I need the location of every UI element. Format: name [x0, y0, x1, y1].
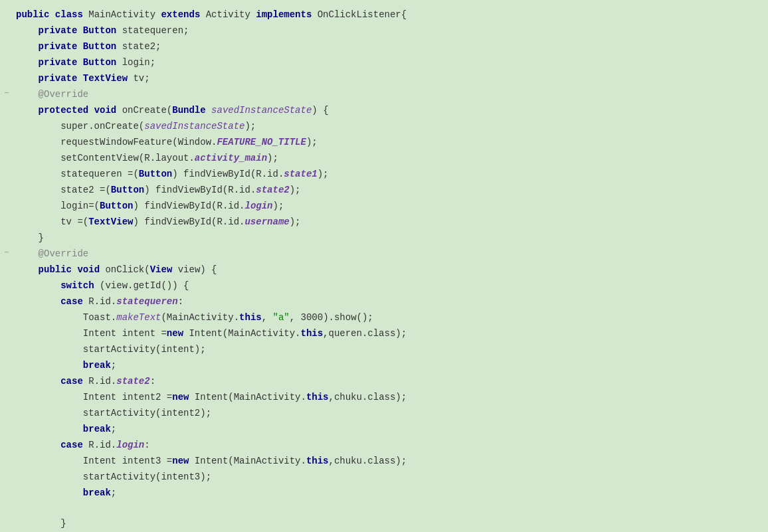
code-line	[0, 501, 768, 515]
line-content: @Override	[13, 86, 768, 102]
gutter	[0, 405, 13, 406]
line-content: case R.id.login:	[13, 437, 768, 453]
line-content: startActivity(intent2);	[13, 405, 768, 421]
code-line: startActivity(intent2);	[0, 405, 768, 421]
code-line: break;	[0, 357, 768, 373]
line-content: public void onClick(View view) {	[13, 262, 768, 278]
code-line: public void onClick(View view) {	[0, 262, 768, 278]
gutter	[0, 198, 13, 199]
code-line: private Button login;	[0, 54, 768, 70]
gutter	[0, 166, 13, 167]
code-line: public class MainActivity extends Activi…	[0, 7, 768, 23]
gutter	[0, 325, 13, 327]
line-content: }	[13, 515, 768, 531]
code-line: }	[0, 230, 768, 246]
line-content: private Button statequeren;	[13, 23, 768, 39]
code-line: }	[0, 515, 768, 531]
line-content: break;	[13, 485, 768, 501]
code-line: statequeren =(Button) findViewById(R.id.…	[0, 166, 768, 182]
gutter	[0, 437, 13, 438]
code-line: private Button state2;	[0, 39, 768, 54]
line-content: Intent intent =new Intent(MainActivity.t…	[13, 325, 768, 341]
gutter	[0, 310, 13, 311]
gutter	[0, 373, 13, 375]
gutter	[0, 7, 13, 8]
line-content: requestWindowFeature(Window.FEATURE_NO_T…	[13, 134, 768, 150]
line-content: break;	[13, 421, 768, 437]
gutter	[0, 118, 13, 120]
line-content: private TextView tv;	[13, 70, 768, 86]
gutter	[0, 230, 13, 231]
gutter	[0, 23, 13, 24]
gutter	[0, 70, 13, 72]
code-editor: public class MainActivity extends Activi…	[0, 0, 768, 532]
gutter	[0, 501, 13, 502]
gutter	[0, 134, 13, 135]
gutter	[0, 214, 13, 215]
gutter	[0, 54, 13, 56]
code-line: – @Override	[0, 246, 768, 262]
code-line: setContentView(R.layout.activity_main);	[0, 150, 768, 166]
line-content: startActivity(intent3);	[13, 469, 768, 485]
gutter	[0, 453, 13, 454]
line-content: private Button state2;	[13, 39, 768, 54]
code-line: super.onCreate(savedInstanceState);	[0, 118, 768, 134]
gutter	[0, 102, 13, 104]
line-content: super.onCreate(savedInstanceState);	[13, 118, 768, 134]
line-content: case R.id.statequeren:	[13, 294, 768, 310]
code-line: Intent intent2 =new Intent(MainActivity.…	[0, 389, 768, 405]
code-line: startActivity(intent3);	[0, 469, 768, 485]
gutter	[0, 421, 13, 422]
line-content: private Button login;	[13, 54, 768, 70]
line-content: @Override	[13, 246, 768, 262]
gutter	[0, 278, 13, 279]
code-line: private Button statequeren;	[0, 23, 768, 39]
gutter	[0, 341, 13, 343]
line-content: break;	[13, 357, 768, 373]
code-line: state2 =(Button) findViewById(R.id.state…	[0, 182, 768, 198]
code-line: break;	[0, 485, 768, 501]
code-line: Intent intent =new Intent(MainActivity.t…	[0, 325, 768, 341]
code-line: tv =(TextView) findViewById(R.id.usernam…	[0, 214, 768, 230]
gutter	[0, 485, 13, 486]
line-content: statequeren =(Button) findViewById(R.id.…	[13, 166, 768, 182]
line-content: tv =(TextView) findViewById(R.id.usernam…	[13, 214, 768, 230]
line-content: login=(Button) findViewById(R.id.login);	[13, 198, 768, 214]
code-line: protected void onCreate(Bundle savedInst…	[0, 102, 768, 118]
line-content: Intent intent2 =new Intent(MainActivity.…	[13, 389, 768, 405]
code-line: Intent intent3 =new Intent(MainActivity.…	[0, 453, 768, 469]
line-content: state2 =(Button) findViewById(R.id.state…	[13, 182, 768, 198]
code-line: requestWindowFeature(Window.FEATURE_NO_T…	[0, 134, 768, 150]
code-line: switch (view.getId()) {	[0, 278, 768, 294]
code-line: login=(Button) findViewById(R.id.login);	[0, 198, 768, 214]
gutter: –	[0, 86, 13, 98]
gutter	[0, 150, 13, 151]
code-line: break;	[0, 421, 768, 437]
line-content: Toast.makeText(MainActivity.this, "a", 3…	[13, 310, 768, 325]
line-content: public class MainActivity extends Activi…	[13, 7, 768, 23]
gutter	[0, 515, 13, 517]
line-content: Intent intent3 =new Intent(MainActivity.…	[13, 453, 768, 469]
line-content	[13, 501, 768, 502]
gutter	[0, 389, 13, 391]
gutter	[0, 182, 13, 183]
code-line: startActivity(intent);	[0, 341, 768, 357]
line-content: protected void onCreate(Bundle savedInst…	[13, 102, 768, 118]
gutter	[0, 357, 13, 359]
code-line: case R.id.login:	[0, 437, 768, 453]
gutter: –	[0, 246, 13, 257]
gutter	[0, 294, 13, 295]
line-content: }	[13, 230, 768, 246]
code-line: case R.id.statequeren:	[0, 294, 768, 310]
line-content: startActivity(intent);	[13, 341, 768, 357]
code-line: – @Override	[0, 86, 768, 102]
code-line: private TextView tv;	[0, 70, 768, 86]
line-content: switch (view.getId()) {	[13, 278, 768, 294]
code-line: Toast.makeText(MainActivity.this, "a", 3…	[0, 310, 768, 325]
gutter	[0, 39, 13, 40]
line-content: case R.id.state2:	[13, 373, 768, 389]
code-line: case R.id.state2:	[0, 373, 768, 389]
gutter	[0, 469, 13, 470]
gutter	[0, 262, 13, 263]
line-content: setContentView(R.layout.activity_main);	[13, 150, 768, 166]
